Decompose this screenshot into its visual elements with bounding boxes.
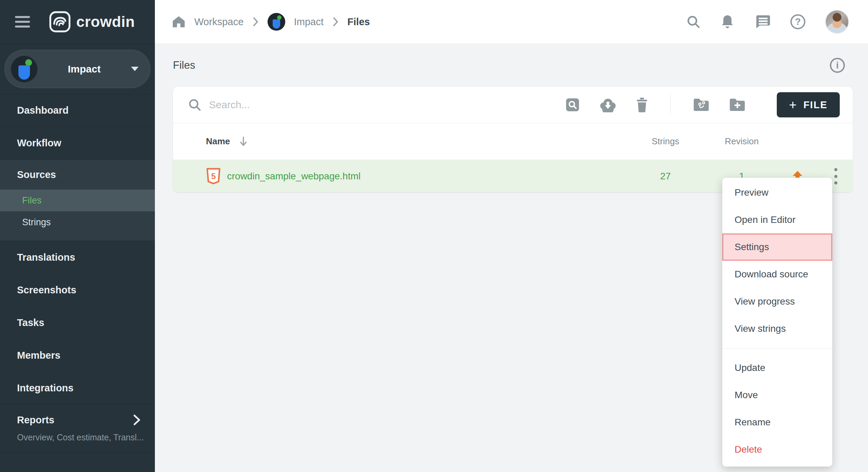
menu-divider (722, 348, 832, 348)
file-context-menu: Preview Open in Editor Settings Download… (722, 178, 832, 467)
menu-item-move[interactable]: Move (722, 381, 832, 409)
html5-file-icon: 5 (206, 168, 221, 185)
sidebar-item-reports[interactable]: Reports Overview, Cost estimate, Transl.… (0, 404, 155, 453)
sidebar-subitem-label: Files (22, 195, 42, 206)
breadcrumb: Workspace Impact Files (172, 13, 370, 31)
chevron-right-icon (253, 17, 259, 27)
breadcrumb-project[interactable]: Impact (294, 16, 324, 28)
download-translations-button[interactable] (599, 97, 617, 112)
sidebar-item-label: Dashboard (17, 105, 68, 116)
sidebar-item-label: Reports (17, 414, 54, 426)
sidebar-item-integrations[interactable]: Integrations (0, 372, 155, 404)
chevron-down-icon (131, 67, 139, 71)
plus-icon: + (789, 98, 797, 111)
sidebar-item-members[interactable]: Members (0, 339, 155, 372)
crowdin-logo-icon (49, 11, 71, 33)
sidebar-item-screenshots[interactable]: Screenshots (0, 274, 155, 306)
menu-item-download-source[interactable]: Download source (722, 261, 832, 288)
column-header-name[interactable]: Name (206, 136, 230, 147)
svg-text:5: 5 (211, 171, 216, 180)
crowdin-logo-text: crowdin (76, 13, 135, 30)
sidebar-item-label: Integrations (17, 383, 74, 394)
sidebar-item-workflow[interactable]: Workflow (0, 127, 155, 160)
strings-count: 27 (645, 171, 686, 182)
sidebar-item-dashboard[interactable]: Dashboard (0, 94, 155, 127)
add-file-label: FILE (803, 99, 827, 111)
info-glyph: i (836, 60, 839, 71)
add-branch-button[interactable] (692, 97, 710, 112)
sidebar-item-label: Members (17, 350, 60, 361)
project-avatar-icon (11, 56, 37, 82)
sidebar-item-label: Sources (17, 169, 56, 180)
breadcrumb-workspace[interactable]: Workspace (194, 16, 244, 28)
messages-chat-icon[interactable] (754, 14, 771, 30)
toolbar-divider (670, 94, 671, 116)
breadcrumb-current: Files (348, 16, 370, 28)
table-header: Name Strings Revision (173, 123, 853, 160)
project-selector[interactable]: Impact (4, 50, 150, 88)
sidebar-item-label: Tasks (17, 317, 44, 328)
hamburger-menu-icon[interactable] (15, 16, 30, 28)
sidebar-item-label: Workflow (17, 137, 61, 149)
menu-item-preview[interactable]: Preview (722, 179, 832, 206)
page-header: Files i (155, 44, 868, 87)
topbar-icons: ? (686, 10, 849, 34)
sidebar-item-tasks[interactable]: Tasks (0, 306, 155, 339)
sidebar-item-label: Screenshots (17, 284, 76, 296)
project-selector-wrap: Impact (0, 44, 155, 94)
sidebar-item-label: Translations (17, 252, 75, 263)
search-input[interactable] (209, 99, 413, 111)
sort-desc-icon[interactable] (239, 136, 248, 147)
help-glyph: ? (795, 16, 801, 27)
sidebar-item-strings[interactable]: Strings (0, 211, 155, 233)
delete-trash-button[interactable] (636, 97, 648, 113)
help-icon[interactable]: ? (790, 14, 805, 29)
project-name: Impact (37, 63, 131, 75)
sidebar-header: crowdin (0, 0, 155, 44)
crowdin-logo: crowdin (49, 11, 135, 33)
column-header-revision[interactable]: Revision (721, 136, 762, 147)
add-file-button[interactable]: + FILE (777, 92, 840, 117)
menu-item-delete[interactable]: Delete (722, 436, 832, 463)
menu-item-rename[interactable]: Rename (722, 409, 832, 436)
sidebar-main-group: Translations Screenshots Tasks Members I… (0, 241, 155, 404)
files-toolbar: + FILE (173, 87, 853, 123)
files-card: + FILE Name Strings Revision (173, 87, 853, 192)
chevron-right-icon (333, 17, 339, 27)
page-title: Files (173, 59, 195, 71)
topbar: Workspace Impact Files (155, 0, 868, 44)
notifications-bell-icon[interactable] (720, 14, 735, 30)
sidebar-item-files[interactable]: Files (0, 190, 155, 211)
search-in-files-button[interactable] (565, 97, 580, 113)
home-icon[interactable] (172, 15, 186, 28)
menu-item-open-in-editor[interactable]: Open in Editor (722, 206, 832, 233)
search-icon[interactable] (686, 15, 701, 29)
menu-item-settings[interactable]: Settings (722, 233, 832, 261)
chevron-right-icon (132, 413, 141, 426)
column-header-strings[interactable]: Strings (645, 136, 686, 147)
sidebar-item-translations[interactable]: Translations (0, 241, 155, 274)
project-avatar-icon (268, 13, 285, 31)
file-name-link[interactable]: crowdin_sample_webpage.html (227, 171, 360, 182)
reports-subtitle: Overview, Cost estimate, Transl... (17, 433, 141, 442)
sidebar-subitem-label: Strings (22, 217, 51, 228)
sidebar-section-sources: Sources Files Strings (0, 160, 155, 241)
add-folder-button[interactable] (728, 97, 746, 112)
menu-item-view-strings[interactable]: View strings (722, 315, 832, 342)
search-box (188, 98, 565, 112)
info-icon[interactable]: i (830, 58, 845, 73)
menu-item-update[interactable]: Update (722, 354, 832, 381)
menu-item-view-progress[interactable]: View progress (722, 288, 832, 315)
sidebar: crowdin Impact Dashboard Workflow Source… (0, 0, 155, 472)
search-icon (188, 98, 202, 112)
sidebar-item-sources[interactable]: Sources (0, 160, 155, 190)
user-avatar[interactable] (825, 10, 849, 34)
